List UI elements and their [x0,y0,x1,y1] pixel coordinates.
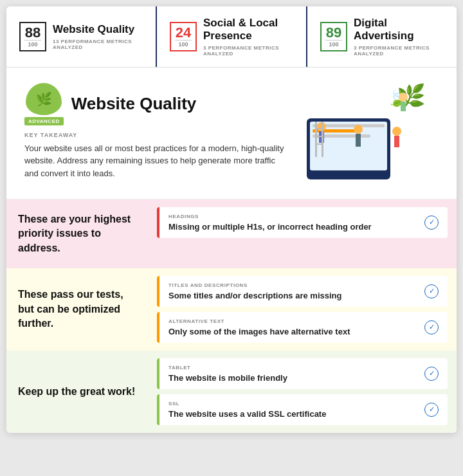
issue-card-titles[interactable]: TITLES AND DESCRIPTIONS Some titles and/… [157,276,448,307]
issue-card-text-headings: HEADINGS Missing or multiple H1s, or inc… [168,214,419,232]
issue-card-ssl[interactable]: SSL The website uses a valid SSL certifi… [157,394,448,425]
score-box-digital: 89 100 [320,22,347,51]
illustration-svg [297,83,432,186]
section-label-priority: These are your highest priority issues t… [6,199,148,268]
illustration: 🌿 🍃 [297,83,432,186]
chevron-icon-headings[interactable]: ✓ [424,215,439,230]
issue-label-ssl: SSL [168,401,419,407]
chevron-icon-tablet[interactable]: ✓ [424,367,439,381]
header-subtitle-website: 13 PERFORMANCE METRICS ANALYZED [53,39,143,50]
chevron-icon-ssl[interactable]: ✓ [424,403,439,417]
svg-point-9 [392,127,401,136]
score-denom-digital: 100 [325,40,342,48]
score-number-digital: 89 [326,26,341,40]
section-items-priority: HEADINGS Missing or multiple H1s, or inc… [148,199,457,268]
score-number-social: 24 [176,26,191,40]
header-title-social: Social & Local Presence [203,17,293,43]
issue-card-text-tablet: TABLET The website is mobile friendly [168,365,419,383]
issue-card-headings[interactable]: HEADINGS Missing or multiple H1s, or inc… [157,207,448,238]
issue-card-text-alttext: ALTERNATIVE TEXT Only some of the images… [168,318,419,336]
svg-rect-10 [394,136,399,147]
leaf-icon: 🌿 [36,91,52,107]
section-items-optimize: TITLES AND DESCRIPTIONS Some titles and/… [148,268,457,351]
issue-title-alttext: Only some of the images have alternative… [168,327,419,336]
svg-rect-8 [356,134,361,147]
svg-point-11 [399,93,408,102]
section-label-optimize: These pass our tests, but can be optimiz… [6,268,148,351]
issue-card-alt-text[interactable]: ALTERNATIVE TEXT Only some of the images… [157,312,448,343]
badge-advanced: ADVANCED [24,117,64,125]
section-items-great: TABLET The website is mobile friendly ✓ … [148,351,457,433]
hero-title: Website Quality [71,94,197,114]
header-bar: 88 100 Website Quality 13 PERFORMANCE ME… [6,6,457,68]
svg-rect-2 [315,122,317,157]
section-label-great: Keep up the great work! [6,351,148,433]
section-row-great: Keep up the great work! TABLET The websi… [6,351,457,433]
hero-section: 🌿 ADVANCED Website Quality KEY TAKEAWAY … [6,68,457,199]
hero-logo-row: 🌿 ADVANCED Website Quality [24,83,291,125]
chevron-icon-alttext[interactable]: ✓ [424,320,439,334]
svg-rect-4 [315,128,323,129]
section-label-text-optimize: These pass our tests, but can be optimiz… [18,288,136,331]
section-row-optimize: These pass our tests, but can be optimiz… [6,268,457,351]
issue-card-text-ssl: SSL The website uses a valid SSL certifi… [168,401,419,419]
issues-section: These are your highest priority issues t… [6,199,457,433]
svg-rect-6 [315,143,323,145]
section-label-text-great: Keep up the great work! [18,385,135,399]
issue-title-titles: Some titles and/or descriptions are miss… [168,291,419,300]
issue-title-ssl: The website uses a valid SSL certificate [168,409,419,419]
header-subtitle-digital: 3 PERFORMANCE METRICS ANALYZED [354,45,444,57]
svg-point-7 [354,125,363,134]
header-title-website: Website Quality [53,23,143,36]
score-box-website: 88 100 [19,22,46,51]
svg-rect-5 [315,136,323,137]
logo-icon-wrap: 🌿 ADVANCED [24,83,64,125]
header-item-digital[interactable]: 89 100 Digital Advertising 3 PERFORMANCE… [307,6,457,67]
score-denom-social: 100 [175,40,192,48]
key-takeaway-label: KEY TAKEAWAY [24,132,291,138]
issue-label-headings: HEADINGS [168,214,419,219]
chevron-icon-titles[interactable]: ✓ [424,284,439,298]
svg-rect-3 [322,122,323,157]
header-subtitle-social: 3 PERFORMANCE METRICS ANALYZED [203,45,293,57]
score-box-social: 24 100 [170,22,197,51]
issue-card-tablet[interactable]: TABLET The website is mobile friendly ✓ [157,358,448,389]
issue-label-titles: TITLES AND DESCRIPTIONS [168,282,419,288]
header-item-social[interactable]: 24 100 Social & Local Presence 3 PERFORM… [157,6,307,67]
issue-title-headings: Missing or multiple H1s, or incorrect he… [168,222,419,232]
section-label-text-priority: These are your highest priority issues t… [18,212,136,255]
score-number-website: 88 [25,26,41,40]
issue-title-tablet: The website is mobile friendly [168,373,419,383]
header-text-social: Social & Local Presence 3 PERFORMANCE ME… [203,17,293,57]
header-text-website: Website Quality 13 PERFORMANCE METRICS A… [53,23,143,50]
header-title-digital: Digital Advertising [354,17,444,43]
logo-circle: 🌿 [26,83,62,115]
issue-label-alttext: ALTERNATIVE TEXT [168,318,419,324]
hero-right: 🌿 🍃 [297,83,439,186]
header-item-website-quality[interactable]: 88 100 Website Quality 13 PERFORMANCE ME… [6,6,157,67]
header-text-digital: Digital Advertising 3 PERFORMANCE METRIC… [354,17,444,57]
key-takeaway-text: Your website uses all or most best pract… [24,142,291,180]
issue-card-text-titles: TITLES AND DESCRIPTIONS Some titles and/… [168,282,419,300]
svg-rect-12 [401,102,406,111]
hero-left: 🌿 ADVANCED Website Quality KEY TAKEAWAY … [24,83,291,180]
score-denom-website: 100 [24,40,41,48]
section-row-priority: These are your highest priority issues t… [6,199,457,268]
issue-label-tablet: TABLET [168,365,419,371]
page-wrapper: 88 100 Website Quality 13 PERFORMANCE ME… [6,6,457,433]
